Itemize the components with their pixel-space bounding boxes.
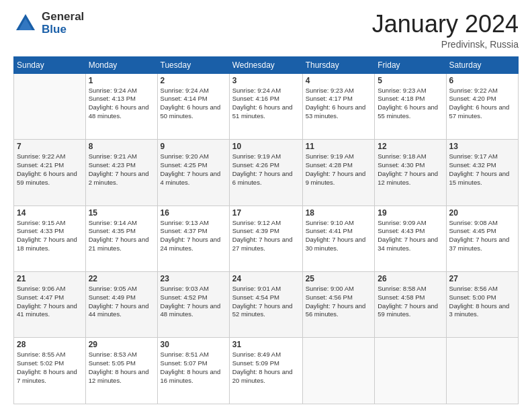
calendar-day-cell: 12Sunrise: 9:18 AMSunset: 4:30 PMDayligh… xyxy=(375,140,446,205)
calendar-day-cell: 15Sunrise: 9:14 AMSunset: 4:35 PMDayligh… xyxy=(85,205,157,271)
day-content: Sunrise: 9:00 AMSunset: 4:56 PMDaylight:… xyxy=(306,285,372,319)
calendar-day-cell: 28Sunrise: 8:55 AMSunset: 5:02 PMDayligh… xyxy=(14,338,86,404)
day-content: Sunrise: 9:05 AMSunset: 4:49 PMDaylight:… xyxy=(89,285,154,319)
logo-text: General Blue xyxy=(42,11,84,36)
calendar-day-cell xyxy=(375,338,446,404)
weekday-header-row: SundayMondayTuesdayWednesdayThursdayFrid… xyxy=(14,56,519,73)
day-number: 14 xyxy=(17,208,83,218)
calendar-day-cell xyxy=(302,338,375,404)
day-content: Sunrise: 8:58 AMSunset: 4:58 PMDaylight:… xyxy=(378,285,443,319)
day-number: 3 xyxy=(232,76,300,85)
day-content: Sunrise: 9:23 AMSunset: 4:17 PMDaylight:… xyxy=(306,87,372,121)
weekday-header: Monday xyxy=(85,56,157,73)
day-content: Sunrise: 9:22 AMSunset: 4:20 PMDaylight:… xyxy=(449,87,515,121)
day-number: 15 xyxy=(89,208,154,218)
day-content: Sunrise: 8:49 AMSunset: 5:09 PMDaylight:… xyxy=(232,351,300,385)
day-number: 25 xyxy=(306,274,372,283)
calendar-week-row: 21Sunrise: 9:06 AMSunset: 4:47 PMDayligh… xyxy=(14,272,519,338)
calendar-week-row: 14Sunrise: 9:15 AMSunset: 4:33 PMDayligh… xyxy=(14,205,519,271)
day-content: Sunrise: 9:21 AMSunset: 4:23 PMDaylight:… xyxy=(89,152,154,187)
logo: General Blue xyxy=(13,11,84,36)
calendar-day-cell: 30Sunrise: 8:51 AMSunset: 5:07 PMDayligh… xyxy=(157,338,229,404)
calendar-day-cell: 20Sunrise: 9:08 AMSunset: 4:45 PMDayligh… xyxy=(446,205,518,271)
weekday-header: Thursday xyxy=(302,56,375,73)
day-number: 7 xyxy=(17,142,83,151)
day-content: Sunrise: 9:24 AMSunset: 4:13 PMDaylight:… xyxy=(89,87,154,121)
day-content: Sunrise: 9:14 AMSunset: 4:35 PMDaylight:… xyxy=(89,219,154,253)
calendar-day-cell: 1Sunrise: 9:24 AMSunset: 4:13 PMDaylight… xyxy=(85,73,157,139)
calendar-day-cell: 24Sunrise: 9:01 AMSunset: 4:54 PMDayligh… xyxy=(229,272,302,338)
day-content: Sunrise: 9:17 AMSunset: 4:32 PMDaylight:… xyxy=(449,152,515,187)
day-number: 19 xyxy=(378,208,443,218)
day-number: 22 xyxy=(89,274,154,283)
weekday-header: Saturday xyxy=(446,56,518,73)
day-content: Sunrise: 9:24 AMSunset: 4:14 PMDaylight:… xyxy=(161,87,226,121)
calendar-day-cell: 4Sunrise: 9:23 AMSunset: 4:17 PMDaylight… xyxy=(302,73,375,139)
day-content: Sunrise: 9:20 AMSunset: 4:25 PMDaylight:… xyxy=(161,152,226,187)
day-number: 26 xyxy=(378,274,443,283)
day-content: Sunrise: 9:24 AMSunset: 4:16 PMDaylight:… xyxy=(232,87,300,121)
calendar-week-row: 7Sunrise: 9:22 AMSunset: 4:21 PMDaylight… xyxy=(14,140,519,205)
calendar-day-cell: 14Sunrise: 9:15 AMSunset: 4:33 PMDayligh… xyxy=(14,205,86,271)
day-number: 23 xyxy=(161,274,226,283)
logo-icon xyxy=(13,11,38,36)
day-content: Sunrise: 9:10 AMSunset: 4:41 PMDaylight:… xyxy=(306,219,372,253)
day-content: Sunrise: 9:23 AMSunset: 4:18 PMDaylight:… xyxy=(378,87,443,121)
calendar-day-cell: 5Sunrise: 9:23 AMSunset: 4:18 PMDaylight… xyxy=(375,73,446,139)
calendar-day-cell: 6Sunrise: 9:22 AMSunset: 4:20 PMDaylight… xyxy=(446,73,518,139)
calendar-day-cell: 26Sunrise: 8:58 AMSunset: 4:58 PMDayligh… xyxy=(375,272,446,338)
day-content: Sunrise: 9:03 AMSunset: 4:52 PMDaylight:… xyxy=(161,285,226,319)
day-number: 6 xyxy=(449,76,515,85)
title-month: January 2024 xyxy=(372,11,519,38)
day-number: 29 xyxy=(89,340,154,349)
day-content: Sunrise: 8:53 AMSunset: 5:05 PMDaylight:… xyxy=(89,351,154,385)
page: General Blue January 2024 Predivinsk, Ru… xyxy=(0,0,532,411)
calendar-day-cell: 22Sunrise: 9:05 AMSunset: 4:49 PMDayligh… xyxy=(85,272,157,338)
weekday-header: Tuesday xyxy=(157,56,229,73)
day-number: 9 xyxy=(161,142,226,151)
day-content: Sunrise: 9:18 AMSunset: 4:30 PMDaylight:… xyxy=(378,152,443,187)
calendar-day-cell: 19Sunrise: 9:09 AMSunset: 4:43 PMDayligh… xyxy=(375,205,446,271)
calendar-week-row: 28Sunrise: 8:55 AMSunset: 5:02 PMDayligh… xyxy=(14,338,519,404)
day-content: Sunrise: 9:08 AMSunset: 4:45 PMDaylight:… xyxy=(449,219,515,253)
logo-blue: Blue xyxy=(42,24,84,36)
day-number: 30 xyxy=(161,340,226,349)
day-number: 17 xyxy=(232,208,300,218)
day-content: Sunrise: 9:13 AMSunset: 4:37 PMDaylight:… xyxy=(161,219,226,253)
weekday-header: Sunday xyxy=(14,56,86,73)
day-number: 12 xyxy=(378,142,443,151)
calendar-day-cell: 17Sunrise: 9:12 AMSunset: 4:39 PMDayligh… xyxy=(229,205,302,271)
day-content: Sunrise: 8:56 AMSunset: 5:00 PMDaylight:… xyxy=(449,285,515,319)
day-content: Sunrise: 9:19 AMSunset: 4:28 PMDaylight:… xyxy=(306,152,372,187)
calendar-day-cell: 13Sunrise: 9:17 AMSunset: 4:32 PMDayligh… xyxy=(446,140,518,205)
calendar-day-cell: 7Sunrise: 9:22 AMSunset: 4:21 PMDaylight… xyxy=(14,140,86,205)
day-number: 28 xyxy=(17,340,83,349)
calendar-day-cell: 21Sunrise: 9:06 AMSunset: 4:47 PMDayligh… xyxy=(14,272,86,338)
day-content: Sunrise: 9:01 AMSunset: 4:54 PMDaylight:… xyxy=(232,285,300,319)
day-number: 31 xyxy=(232,340,300,349)
title-block: January 2024 Predivinsk, Russia xyxy=(372,11,519,50)
day-number: 11 xyxy=(306,142,372,151)
calendar-day-cell: 3Sunrise: 9:24 AMSunset: 4:16 PMDaylight… xyxy=(229,73,302,139)
calendar-day-cell: 31Sunrise: 8:49 AMSunset: 5:09 PMDayligh… xyxy=(229,338,302,404)
calendar-day-cell: 8Sunrise: 9:21 AMSunset: 4:23 PMDaylight… xyxy=(85,140,157,205)
calendar-day-cell: 18Sunrise: 9:10 AMSunset: 4:41 PMDayligh… xyxy=(302,205,375,271)
calendar-day-cell: 16Sunrise: 9:13 AMSunset: 4:37 PMDayligh… xyxy=(157,205,229,271)
day-content: Sunrise: 9:06 AMSunset: 4:47 PMDaylight:… xyxy=(17,285,83,319)
day-content: Sunrise: 8:55 AMSunset: 5:02 PMDaylight:… xyxy=(17,351,83,385)
calendar-day-cell: 10Sunrise: 9:19 AMSunset: 4:26 PMDayligh… xyxy=(229,140,302,205)
day-number: 4 xyxy=(306,76,372,85)
day-content: Sunrise: 9:19 AMSunset: 4:26 PMDaylight:… xyxy=(232,152,300,187)
calendar-week-row: 1Sunrise: 9:24 AMSunset: 4:13 PMDaylight… xyxy=(14,73,519,139)
calendar-day-cell: 27Sunrise: 8:56 AMSunset: 5:00 PMDayligh… xyxy=(446,272,518,338)
day-content: Sunrise: 9:22 AMSunset: 4:21 PMDaylight:… xyxy=(17,152,83,187)
calendar-day-cell: 25Sunrise: 9:00 AMSunset: 4:56 PMDayligh… xyxy=(302,272,375,338)
day-number: 13 xyxy=(449,142,515,151)
calendar-day-cell: 23Sunrise: 9:03 AMSunset: 4:52 PMDayligh… xyxy=(157,272,229,338)
logo-general: General xyxy=(42,11,84,24)
calendar-day-cell: 29Sunrise: 8:53 AMSunset: 5:05 PMDayligh… xyxy=(85,338,157,404)
day-content: Sunrise: 9:12 AMSunset: 4:39 PMDaylight:… xyxy=(232,219,300,253)
day-number: 27 xyxy=(449,274,515,283)
calendar-day-cell xyxy=(14,73,86,139)
day-number: 20 xyxy=(449,208,515,218)
